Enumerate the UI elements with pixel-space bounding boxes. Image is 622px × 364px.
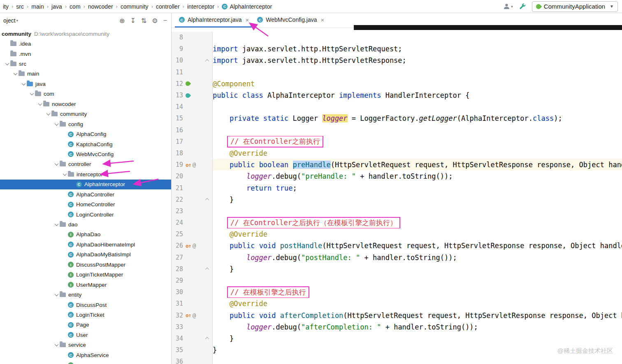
tab-alphainterceptor-java[interactable]: CAlphaInterceptor.java×: [175, 13, 253, 28]
breadcrumb-item-interceptor[interactable]: interceptor: [186, 2, 216, 11]
code-line-34[interactable]: 34 }: [172, 333, 622, 344]
close-tab-icon[interactable]: ×: [246, 16, 249, 23]
chevron-down-icon[interactable]: [53, 223, 60, 226]
tree-item-usermapper[interactable]: IUserMapper: [0, 280, 171, 290]
code-line-35[interactable]: 35}: [172, 344, 622, 356]
tree-item-discusspostmapper[interactable]: IDiscussPostMapper: [0, 260, 171, 270]
chevron-down-icon[interactable]: [21, 83, 27, 85]
chevron-down-icon[interactable]: [62, 173, 68, 176]
chevron-down-icon[interactable]: [29, 92, 35, 95]
code-line-20[interactable]: 20 logger.debug("preHandle: " + handler.…: [172, 170, 622, 182]
code-line-25[interactable]: 25 @Override: [172, 228, 622, 240]
tree-item-webmvcconfig[interactable]: CWebMvcConfig: [0, 149, 171, 159]
tree-item-discusspost[interactable]: CDiscussPost: [0, 300, 171, 310]
tree-item--mvn[interactable]: .mvn: [0, 49, 171, 59]
breadcrumb-item-java[interactable]: java: [50, 2, 63, 11]
build-tools-button[interactable]: [519, 3, 526, 10]
tree-item-controller[interactable]: controller: [0, 159, 171, 169]
tab-webmvcconfig-java[interactable]: CWebMvcConfig.java×: [253, 13, 328, 28]
fold-marker-icon[interactable]: [205, 337, 209, 341]
chevron-down-icon[interactable]: [37, 103, 43, 106]
overriding-method-icon[interactable]: o↑: [186, 243, 191, 249]
fold-marker-icon[interactable]: [205, 198, 209, 202]
editor-body[interactable]: 89import javax.servlet.http.HttpServletR…: [172, 28, 622, 364]
tree-item-loginticketmapper[interactable]: ILoginTicketMapper: [0, 270, 171, 280]
breadcrumb-item-com[interactable]: com: [68, 2, 81, 11]
chevron-down-icon[interactable]: [45, 113, 51, 115]
breadcrumb-item-src[interactable]: src: [15, 2, 25, 11]
tree-item-logincontroller[interactable]: CLoginController: [0, 210, 171, 219]
code-line-11[interactable]: 11: [172, 67, 622, 78]
chevron-down-icon[interactable]: [53, 123, 60, 126]
code-line-13[interactable]: 13public class AlphaInterceptor implemen…: [172, 90, 622, 101]
fold-marker-icon[interactable]: [205, 59, 209, 63]
code-line-33[interactable]: 33 logger.debug("afterCompletion: " + ha…: [172, 321, 622, 333]
breadcrumb-item-main[interactable]: main: [30, 2, 45, 11]
user-profile-button[interactable]: ▾: [503, 3, 513, 10]
code-line-9[interactable]: 9import javax.servlet.http.HttpServletRe…: [172, 43, 622, 55]
tree-item-loginticket[interactable]: CLoginTicket: [0, 310, 171, 320]
code-line-15[interactable]: 15 private static Logger logger = Logger…: [172, 113, 622, 124]
spring-bean-icon[interactable]: [185, 92, 191, 99]
code-line-10[interactable]: 10import javax.servlet.http.HttpServletR…: [172, 55, 622, 66]
tree-item-user[interactable]: CUser: [0, 330, 171, 340]
breadcrumb-item-nowcoder[interactable]: nowcoder: [87, 2, 114, 11]
code-line-18[interactable]: 18 @Override: [172, 147, 622, 159]
code-line-16[interactable]: 16: [172, 124, 622, 136]
close-tab-icon[interactable]: ×: [321, 16, 325, 23]
code-line-32[interactable]: 32o↑@ public void afterCompletion(HttpSe…: [172, 310, 622, 321]
code-line-12[interactable]: 12@Component: [172, 78, 622, 90]
tree-item--idea[interactable]: .idea: [0, 39, 171, 48]
chevron-down-icon[interactable]: [12, 72, 19, 75]
overriding-method-icon[interactable]: o↑: [186, 312, 191, 318]
chevron-down-icon[interactable]: [4, 62, 10, 65]
tree-item-item[interactable]: I: [0, 360, 171, 364]
code-line-28[interactable]: 28 }: [172, 263, 622, 275]
chevron-down-icon[interactable]: [53, 293, 60, 296]
locate-icon[interactable]: ⊕: [119, 17, 125, 25]
code-line-21[interactable]: 21 return true;: [172, 182, 622, 194]
breadcrumb-item-alphainterceptor[interactable]: CAlphaInterceptor: [220, 2, 273, 11]
overriding-method-icon[interactable]: o↑: [186, 162, 191, 168]
breadcrumb-item-controller[interactable]: controller: [155, 2, 181, 11]
fold-marker-icon[interactable]: [205, 267, 209, 272]
tree-item-interceptor[interactable]: interceptor: [0, 169, 171, 179]
collapse-all-icon[interactable]: ⇅: [141, 17, 146, 25]
tree-item-nowcoder[interactable]: nowcoder: [0, 99, 171, 109]
tree-item-alphadao[interactable]: IAlphaDao: [0, 230, 171, 240]
tree-item-alphacontroller[interactable]: CAlphaController: [0, 189, 171, 199]
tree-item-alphadaomybatisimpl[interactable]: CAlphaDaoMyBatisImpl: [0, 250, 171, 260]
tree-item-community[interactable]: community: [0, 109, 171, 119]
code-line-23[interactable]: 23: [172, 205, 622, 217]
code-line-8[interactable]: 8: [172, 32, 622, 43]
tree-item-service[interactable]: service: [0, 340, 171, 350]
run-configuration-select[interactable]: CommunityApplication ▼: [532, 1, 618, 12]
tree-item-com[interactable]: com: [0, 89, 171, 99]
code-line-14[interactable]: 14: [172, 101, 622, 113]
code-line-19[interactable]: 19o↑@ public boolean preHandle(HttpServl…: [172, 159, 622, 170]
code-line-31[interactable]: 31 @Override: [172, 298, 622, 309]
code-line-17[interactable]: 17 // 在Controller之前执行: [172, 136, 622, 147]
code-line-24[interactable]: 24 // 在Controller之后执行（在模板引擎之前执行）: [172, 217, 622, 228]
code-line-30[interactable]: 30 // 在模板引擎之后执行: [172, 286, 622, 298]
tree-item-page[interactable]: CPage: [0, 320, 171, 330]
tree-item-entity[interactable]: entity: [0, 290, 171, 299]
code-line-27[interactable]: 27 logger.debug("postHandle: " + handler…: [172, 252, 622, 263]
tree-item-community[interactable]: communityD:\work\workspace\community: [0, 29, 171, 39]
tree-item-src[interactable]: src: [0, 59, 171, 69]
tree-item-alphainterceptor[interactable]: CAlphaInterceptor: [0, 180, 171, 189]
scroll-from-source-icon[interactable]: ↧: [130, 17, 136, 25]
tree-item-main[interactable]: main: [0, 69, 171, 79]
project-view-title[interactable]: oject: [3, 17, 16, 24]
tree-item-kaptchaconfig[interactable]: CKaptchaConfig: [0, 139, 171, 149]
code-line-29[interactable]: 29: [172, 275, 622, 286]
code-line-26[interactable]: 26o↑@ public void postHandle(HttpServlet…: [172, 240, 622, 251]
tree-item-java[interactable]: java: [0, 79, 171, 89]
settings-gear-icon[interactable]: ⚙: [152, 17, 158, 25]
chevron-down-icon[interactable]: [53, 343, 60, 346]
tree-item-alphadaohibernateimpl[interactable]: CAlphaDaoHibernateImpl: [0, 240, 171, 249]
tree-item-alphaservice[interactable]: CAlphaService: [0, 350, 171, 360]
breadcrumb-item-community[interactable]: community: [119, 2, 150, 11]
tree-item-dao[interactable]: dao: [0, 219, 171, 229]
tree-item-alphaconfig[interactable]: CAlphaConfig: [0, 129, 171, 139]
